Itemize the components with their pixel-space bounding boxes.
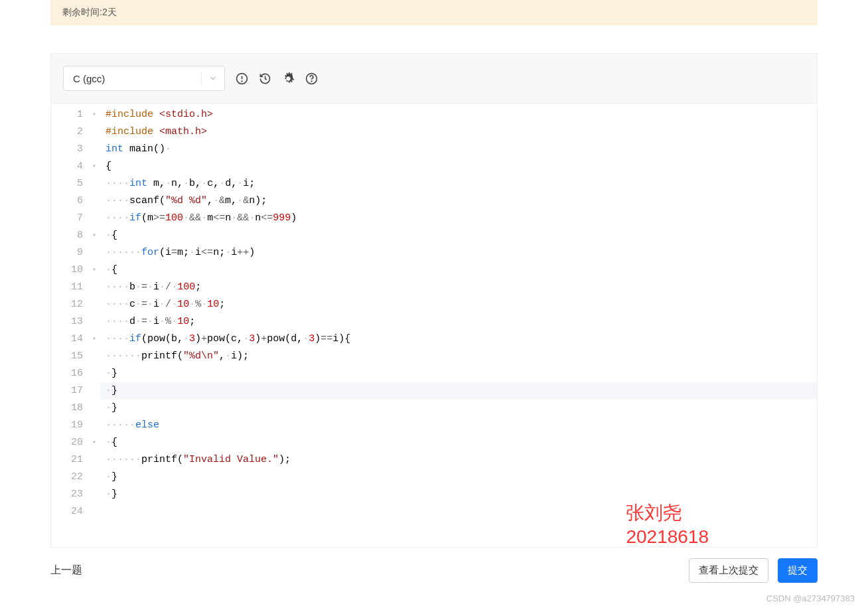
footer-bar: 上一题 查看上次提交 提交 — [50, 548, 818, 589]
chevron-down-icon — [201, 72, 218, 85]
svg-point-4 — [311, 81, 312, 82]
editor-panel: C (gcc) 12345678910111213141516171819202… — [50, 53, 818, 548]
language-label: C (gcc) — [73, 73, 105, 84]
language-select[interactable]: C (gcc) — [63, 66, 225, 91]
gear-icon[interactable] — [282, 72, 295, 85]
submit-button[interactable]: 提交 — [778, 558, 818, 583]
editor-toolbar: C (gcc) — [51, 54, 817, 104]
alert-icon[interactable] — [236, 72, 248, 85]
prev-question-link[interactable]: 上一题 — [50, 564, 82, 577]
notice-text: 剩余时间:2天 — [62, 7, 117, 17]
time-remaining-notice: 剩余时间:2天 — [50, 0, 818, 25]
svg-point-2 — [242, 81, 242, 82]
code-editor[interactable]: 123456789101112131415161718192021222324 … — [51, 104, 817, 547]
overlay-id: 20218618 — [626, 525, 709, 549]
fold-gutter[interactable]: ▾▾▾▾▾▾ — [88, 106, 100, 520]
line-number-gutter: 123456789101112131415161718192021222324 — [51, 106, 88, 520]
help-icon[interactable] — [305, 72, 318, 85]
watermark-overlay: 张刘尧 20218618 — [626, 501, 709, 549]
csdn-watermark: CSDN @a2734797383 — [0, 589, 868, 609]
footer-buttons: 查看上次提交 提交 — [689, 558, 818, 583]
view-last-submit-button[interactable]: 查看上次提交 — [689, 558, 768, 583]
code-content[interactable]: #include <stdio.h>#include <math.h>int m… — [100, 106, 817, 520]
history-icon[interactable] — [259, 72, 271, 85]
overlay-name: 张刘尧 — [626, 501, 709, 525]
